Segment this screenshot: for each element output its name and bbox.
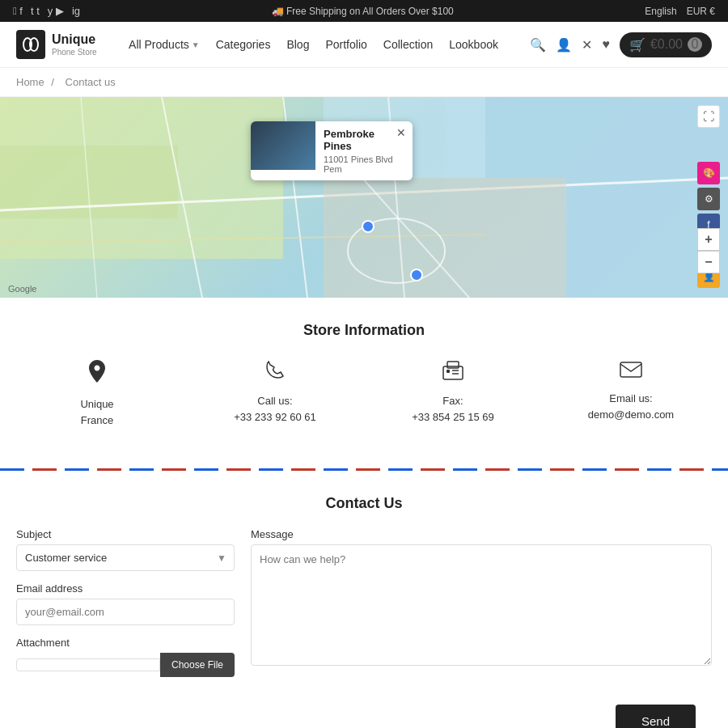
breadcrumb-current: Contact us xyxy=(66,76,116,88)
zoom-out-button[interactable]: − xyxy=(697,251,720,273)
nav-portfolio[interactable]: Portfolio xyxy=(325,38,366,51)
message-textarea[interactable] xyxy=(251,544,712,666)
social-icons:  f t t y ▶ ig xyxy=(13,5,80,17)
svg-point-16 xyxy=(411,269,422,281)
email-label: Email us: demo@demo.com xyxy=(588,391,674,422)
nav-blog[interactable]: Blog xyxy=(286,38,309,51)
contact-left-col: Subject Customer service ▼ Email address… xyxy=(16,528,235,688)
zoom-in-button[interactable]: + xyxy=(697,228,720,251)
subject-select[interactable]: Customer service xyxy=(16,544,235,571)
logo-icon xyxy=(16,30,45,59)
file-input-display xyxy=(16,658,160,671)
info-grid: Unique France Call us: +33 233 92 60 61 xyxy=(16,358,712,428)
choose-file-button[interactable]: Choose File xyxy=(160,653,235,677)
svg-rect-18 xyxy=(447,362,459,368)
map-background: ✕ Pembroke Pines 11001 Pines Blvd Pem ⛶ … xyxy=(0,97,728,298)
fullscreen-icon[interactable]: ⛶ xyxy=(697,105,720,128)
logo[interactable]: Unique Phone Store xyxy=(16,30,97,59)
contact-form-grid: Subject Customer service ▼ Email address… xyxy=(16,528,712,688)
google-attribution: Google xyxy=(8,284,36,294)
breadcrumb-home[interactable]: Home xyxy=(16,76,44,88)
currency-selector[interactable]: EUR € xyxy=(687,6,715,17)
popup-close-icon[interactable]: ✕ xyxy=(396,126,406,139)
location-label: Unique France xyxy=(80,396,113,428)
nav-all-products[interactable]: All Products ▼ xyxy=(129,38,200,51)
info-location: Unique France xyxy=(16,358,178,428)
attachment-group: Attachment Choose File xyxy=(16,637,235,677)
wishlist-icon[interactable]: ♥ xyxy=(602,37,610,52)
compare-icon[interactable]: ✕ xyxy=(582,37,592,53)
email-label: Email address xyxy=(16,582,235,595)
subject-group: Subject Customer service ▼ xyxy=(16,528,235,571)
info-fax: Fax: +33 854 25 15 69 xyxy=(372,358,534,428)
message-label: Message xyxy=(251,528,712,540)
palette-icon[interactable]: 🎨 xyxy=(697,162,720,184)
header: Unique Phone Store All Products ▼ Catego… xyxy=(0,22,728,68)
twitter-icon[interactable]: t t xyxy=(31,5,40,17)
attachment-label: Attachment xyxy=(16,637,235,649)
location-icon xyxy=(86,358,108,390)
chevron-down-icon: ▼ xyxy=(192,40,200,49)
info-phone: Call us: +33 233 92 60 61 xyxy=(194,358,356,428)
file-row: Choose File xyxy=(16,653,235,677)
email-group: Email address xyxy=(16,582,235,625)
settings-icon[interactable]: ⚙ xyxy=(697,188,720,210)
cart-icon: 🛒 xyxy=(629,37,645,53)
send-button[interactable]: Send xyxy=(616,705,696,728)
popup-image xyxy=(251,121,315,170)
top-bar:  f t t y ▶ ig 🚚 Free Shipping on All Or… xyxy=(0,0,728,22)
map-container[interactable]: ✕ Pembroke Pines 11001 Pines Blvd Pem ⛶ … xyxy=(0,97,728,298)
facebook-icon[interactable]:  f xyxy=(13,5,23,17)
phone-icon xyxy=(264,358,286,387)
map-top-controls: ⛶ xyxy=(697,105,720,128)
info-email: Email us: demo@demo.com xyxy=(550,358,712,428)
phone-label: Call us: +33 233 92 60 61 xyxy=(234,393,316,425)
svg-rect-11 xyxy=(324,178,566,298)
cart-button[interactable]: 🛒 €0.00 0 xyxy=(620,32,712,57)
nav-categories[interactable]: Categories xyxy=(216,38,271,51)
map-popup: ✕ Pembroke Pines 11001 Pines Blvd Pem xyxy=(251,121,413,180)
map-zoom-controls: + − xyxy=(697,228,720,273)
breadcrumb: Home / Contact us xyxy=(0,68,728,97)
nav-collection[interactable]: Collection xyxy=(383,38,433,51)
cart-badge: 0 xyxy=(688,37,702,52)
main-nav: All Products ▼ Categories Blog Portfolio… xyxy=(129,38,498,51)
popup-place-name: Pembroke Pines xyxy=(324,128,404,152)
popup-address: 11001 Pines Blvd Pem xyxy=(324,154,404,174)
language-selector[interactable]: English xyxy=(645,6,676,17)
nav-lookbook[interactable]: Lookbook xyxy=(449,38,498,51)
instagram-icon[interactable]: ig xyxy=(72,5,80,17)
fax-icon xyxy=(441,358,465,387)
breadcrumb-separator: / xyxy=(51,76,57,88)
contact-section: Contact Us Subject Customer service ▼ Em… xyxy=(0,479,728,728)
user-icon[interactable]: 👤 xyxy=(556,37,572,53)
contact-title: Contact Us xyxy=(16,495,712,512)
search-icon[interactable]: 🔍 xyxy=(530,37,546,53)
svg-point-15 xyxy=(362,221,374,232)
logo-text: Unique Phone Store xyxy=(52,32,97,57)
email-icon xyxy=(619,358,643,384)
store-info-section: Store Information Unique France Call us: xyxy=(0,298,728,460)
svg-rect-19 xyxy=(447,370,450,373)
youtube-icon[interactable]: y ▶ xyxy=(48,5,64,17)
shipping-notice: 🚚 Free Shipping on All Orders Over $100 xyxy=(272,6,454,17)
subject-label: Subject xyxy=(16,528,235,540)
fax-label: Fax: +33 854 25 15 69 xyxy=(412,393,494,425)
svg-rect-22 xyxy=(620,362,641,377)
cart-price: €0.00 xyxy=(650,37,683,52)
top-bar-right: English EUR € xyxy=(645,6,715,17)
contact-right-col: Message xyxy=(251,528,712,688)
email-input[interactable] xyxy=(16,599,235,625)
store-info-title: Store Information xyxy=(16,322,712,339)
divider-top xyxy=(0,468,728,471)
header-icons: 🔍 👤 ✕ ♥ 🛒 €0.00 0 xyxy=(530,32,712,57)
